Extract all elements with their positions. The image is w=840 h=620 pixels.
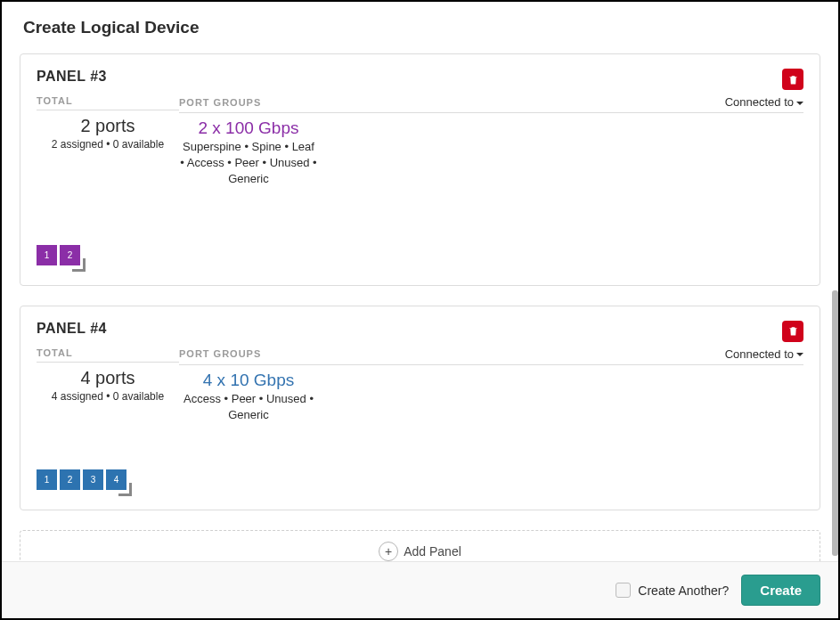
delete-panel-button[interactable] — [782, 69, 803, 90]
plus-icon: + — [379, 542, 398, 561]
trash-icon — [787, 74, 799, 86]
create-another-checkbox[interactable] — [616, 583, 631, 598]
port-cell[interactable]: 1 — [37, 245, 57, 265]
port-layout-row: 1 2 — [37, 245, 803, 265]
resize-handle-icon[interactable] — [83, 249, 95, 261]
panel-title: PANEL #3 — [37, 69, 107, 85]
port-group-speed: 4 x 10 Gbps — [179, 371, 318, 390]
modal-footer: Create Another? Create — [2, 561, 838, 618]
connected-to-label: Connected to — [725, 347, 794, 361]
resize-handle-icon[interactable] — [129, 473, 142, 485]
caret-down-icon — [796, 353, 803, 356]
modal-content: PANEL #3 TOTAL 2 ports 2 assigned • 0 av… — [2, 48, 838, 561]
add-panel-button[interactable]: +Add Panel — [20, 530, 820, 561]
port-cell[interactable]: 1 — [37, 469, 57, 490]
delete-panel-button[interactable] — [782, 321, 803, 342]
caret-down-icon — [796, 102, 803, 105]
ports-assigned: 4 assigned • 0 available — [37, 390, 179, 403]
panel-card-3: PANEL #3 TOTAL 2 ports 2 assigned • 0 av… — [20, 53, 820, 286]
connected-to-dropdown[interactable]: Connected to — [725, 95, 803, 109]
panel-card-4: PANEL #4 TOTAL 4 ports 4 assigned • 0 av… — [20, 306, 820, 510]
port-groups-header: PORT GROUPS — [179, 348, 261, 359]
ports-assigned: 2 assigned • 0 available — [37, 138, 179, 151]
port-group-tags: Superspine • Spine • Leaf • Access • Pee… — [179, 139, 318, 188]
trash-icon — [787, 325, 799, 337]
ports-count: 2 ports — [37, 116, 179, 136]
port-cell[interactable]: 2 — [60, 469, 80, 490]
modal-header: Create Logical Device — [2, 2, 838, 48]
add-panel-label: Add Panel — [404, 544, 461, 559]
panel-title: PANEL #4 — [37, 321, 107, 337]
ports-count: 4 ports — [37, 368, 179, 388]
create-another-label: Create Another? — [638, 583, 729, 598]
modal-title: Create Logical Device — [23, 18, 817, 37]
port-layout-row: 1 2 3 4 — [37, 469, 803, 490]
port-groups-header: PORT GROUPS — [179, 97, 261, 108]
total-header: TOTAL — [37, 347, 73, 358]
total-header: TOTAL — [37, 95, 73, 106]
create-button[interactable]: Create — [741, 575, 820, 606]
port-cell[interactable]: 3 — [83, 469, 103, 490]
port-group-tags: Access • Peer • Unused • Generic — [179, 391, 318, 423]
port-group-speed: 2 x 100 Gbps — [179, 118, 318, 138]
scrollbar[interactable] — [832, 290, 838, 556]
connected-to-label: Connected to — [725, 95, 794, 109]
connected-to-dropdown[interactable]: Connected to — [725, 347, 803, 361]
